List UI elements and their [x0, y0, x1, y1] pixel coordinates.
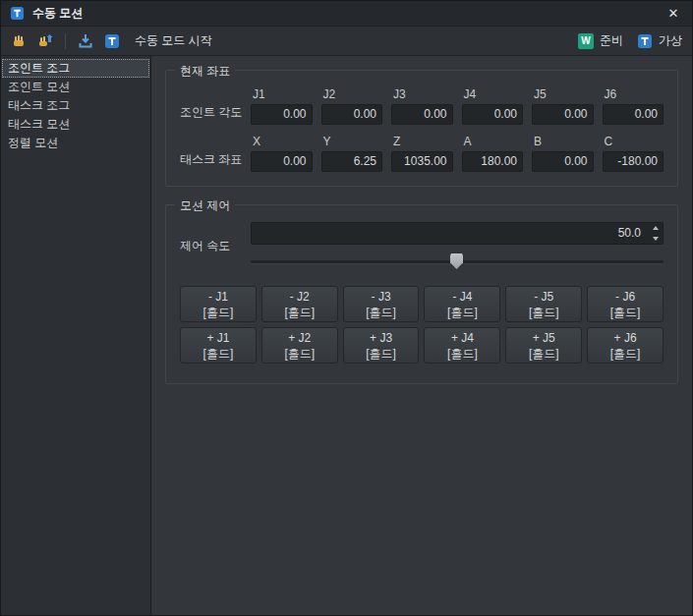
- jog-button-hold-label: [홀드]: [529, 346, 559, 362]
- jog-button-hold-label: [홀드]: [284, 305, 315, 320]
- manual-motion-window: 수동 모션 ✕: [0, 0, 693, 616]
- task-x-header: X: [251, 135, 313, 148]
- task-y-field: 6.25: [321, 151, 383, 172]
- jog-plus-j5-button[interactable]: + J5 [홀드]: [505, 327, 582, 364]
- jog-plus-j3-button[interactable]: + J3 [홀드]: [343, 327, 420, 364]
- virtual-mode-label: 가상: [659, 32, 682, 49]
- task-z-header: Z: [391, 135, 453, 148]
- jog-button-hold-label: [홀드]: [203, 305, 234, 320]
- jog-minus-j4-button[interactable]: - J4 [홀드]: [424, 286, 500, 322]
- joint-j4-header: J4: [462, 87, 524, 101]
- task-y-header: Y: [321, 135, 383, 148]
- joint-angles-row: 조인트 각도 J1 0.00 J2 0.00 J3 0.00: [180, 87, 664, 125]
- task-b-header: B: [532, 135, 594, 148]
- jog-button-hold-label: [홀드]: [284, 346, 315, 362]
- joint-j4-field: 0.00: [462, 104, 524, 125]
- task-a-field: 180.00: [462, 151, 524, 172]
- motion-control-title: 모션 제어: [175, 197, 235, 214]
- jog-button-label: + J1: [206, 330, 229, 346]
- jog-minus-j3-button[interactable]: - J3 [홀드]: [343, 286, 420, 322]
- spin-down-icon[interactable]: [648, 234, 663, 245]
- jog-plus-j1-button[interactable]: + J1 [홀드]: [180, 327, 257, 364]
- sidebar: 조인트 조그 조인트 모션 태스크 조그 태스크 모션 정렬 모션: [1, 56, 151, 615]
- spin-up-icon[interactable]: [648, 223, 663, 234]
- speed-area: 제어 속도 50.0: [180, 222, 664, 269]
- jog-button-label: + J6: [614, 330, 637, 346]
- jog-minus-j2-button[interactable]: - J2 [홀드]: [261, 286, 338, 322]
- main-panel: 현재 좌표 조인트 각도 J1 0.00 J2 0.00 J3: [151, 56, 692, 615]
- joint-j6-header: J6: [603, 87, 664, 101]
- current-coords-group: 현재 좌표 조인트 각도 J1 0.00 J2 0.00 J3: [165, 70, 678, 187]
- jog-button-label: - J5: [534, 289, 553, 305]
- jog-button-hold-label: [홀드]: [447, 305, 478, 320]
- jog-button-label: + J4: [451, 330, 474, 346]
- joint-j5-header: J5: [532, 87, 594, 101]
- task-c-field: -180.00: [603, 151, 664, 172]
- close-icon: ✕: [668, 6, 679, 21]
- jog-button-label: - J1: [208, 289, 228, 305]
- jog-button-label: + J2: [288, 330, 311, 346]
- slider-handle[interactable]: [450, 253, 463, 269]
- task-a-header: A: [462, 135, 524, 148]
- jog-button-label: - J2: [290, 289, 310, 305]
- open-hand-icon[interactable]: [8, 30, 29, 52]
- jog-button-hold-label: [홀드]: [529, 305, 559, 320]
- speed-slider[interactable]: [251, 253, 664, 269]
- toolbar-status-area: W 준비 가상: [578, 32, 685, 49]
- task-b-field: 0.00: [532, 151, 594, 172]
- virtual-mode-icon: [637, 33, 653, 49]
- jog-button-label: + J3: [370, 330, 392, 346]
- robot-icon[interactable]: [101, 30, 123, 52]
- jog-button-hold-label: [홀드]: [447, 346, 478, 362]
- titlebar: 수동 모션 ✕: [1, 1, 692, 27]
- toolbar: 수동 모드 시작 W 준비 가상: [1, 27, 692, 56]
- current-coords-title: 현재 좌표: [175, 63, 235, 80]
- task-x-field: 0.00: [251, 151, 313, 172]
- motion-control-group: 모션 제어 제어 속도 50.0: [165, 204, 678, 384]
- jog-button-hold-label: [홀드]: [610, 346, 641, 362]
- jog-minus-j6-button[interactable]: - J6 [홀드]: [587, 286, 664, 322]
- jog-button-label: - J3: [372, 289, 391, 305]
- joint-j5-field: 0.00: [532, 104, 594, 125]
- sidebar-item-joint-jog[interactable]: 조인트 조그: [2, 59, 149, 78]
- joint-angles-label: 조인트 각도: [180, 104, 251, 125]
- joint-j6-field: 0.00: [603, 104, 664, 125]
- joint-j1-field: 0.00: [251, 104, 313, 125]
- jog-button-grid: - J1 [홀드] - J2 [홀드] - J3 [홀드] - J4: [180, 286, 664, 364]
- task-z-field: 1035.00: [391, 151, 453, 172]
- joint-j3-header: J3: [391, 87, 453, 101]
- speed-spinbox[interactable]: 50.0: [251, 222, 664, 245]
- speed-spin-arrows: [648, 223, 663, 244]
- joint-j2-header: J2: [321, 87, 383, 101]
- jog-plus-j2-button[interactable]: + J2 [홀드]: [261, 327, 338, 364]
- joint-j3-field: 0.00: [391, 104, 453, 125]
- open-hand-arrow-icon[interactable]: [34, 30, 56, 52]
- jog-button-hold-label: [홀드]: [610, 305, 641, 320]
- sidebar-item-task-motion[interactable]: 태스크 모션: [2, 115, 149, 134]
- joint-j1-header: J1: [251, 87, 313, 101]
- jog-minus-j5-button[interactable]: - J5 [홀드]: [505, 286, 582, 322]
- jog-plus-j6-button[interactable]: + J6 [홀드]: [587, 327, 664, 364]
- jog-button-label: + J5: [533, 330, 555, 346]
- robot-app-icon: [10, 6, 25, 21]
- jog-plus-j4-button[interactable]: + J4 [홀드]: [424, 327, 500, 364]
- speed-value[interactable]: 50.0: [252, 223, 648, 244]
- sidebar-item-task-jog[interactable]: 태스크 조그: [2, 96, 149, 115]
- sidebar-item-align-motion[interactable]: 정렬 모션: [2, 134, 149, 152]
- task-c-header: C: [603, 135, 664, 148]
- jog-button-label: - J6: [615, 289, 635, 305]
- task-coords-label: 태스크 좌표: [180, 151, 251, 172]
- jog-button-hold-label: [홀드]: [366, 305, 396, 320]
- start-manual-mode-button[interactable]: 수동 모드 시작: [128, 29, 219, 52]
- sidebar-item-joint-motion[interactable]: 조인트 모션: [2, 78, 149, 96]
- content-area: 조인트 조그 조인트 모션 태스크 조그 태스크 모션 정렬 모션 현재 좌표 …: [1, 56, 692, 615]
- ready-badge-icon: W: [578, 33, 594, 49]
- ready-status-label: 준비: [600, 32, 623, 49]
- jog-button-label: - J4: [452, 289, 472, 305]
- download-pose-icon[interactable]: [75, 30, 96, 52]
- jog-button-hold-label: [홀드]: [366, 346, 396, 362]
- jog-minus-j1-button[interactable]: - J1 [홀드]: [180, 286, 257, 322]
- speed-label: 제어 속도: [180, 238, 251, 254]
- joint-j2-field: 0.00: [321, 104, 383, 125]
- close-button[interactable]: ✕: [664, 4, 683, 24]
